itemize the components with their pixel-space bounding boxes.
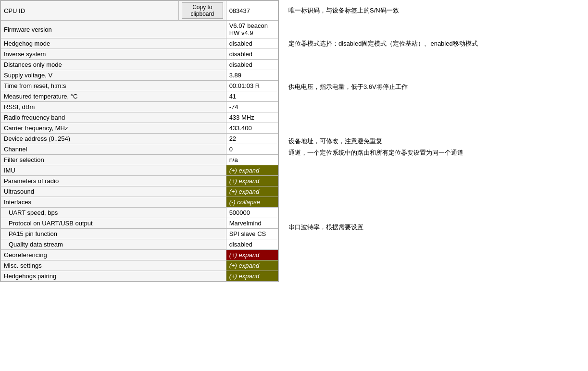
row-label: Hedgehogs pairing [1,271,226,282]
row-value[interactable]: (+) expand [226,176,278,186]
table-row: Georeferencing(+) expand [1,250,278,260]
row-value: 0 [226,144,278,155]
table-row: Radio frequency band433 MHz [1,112,278,123]
row-value: 433.400 [226,123,278,134]
row-value[interactable]: (+) expand [226,186,278,197]
table-row: Distances only modedisabled [1,60,278,70]
row-label: Carrier frequency, MHz [1,123,226,134]
row-value: 3.89 [226,70,278,81]
row-label: Hedgehog mode [1,38,226,49]
row-label: Radio frequency band [1,112,226,123]
table-row: Parameters of radio(+) expand [1,176,278,186]
row-value: 433 MHz [226,112,278,123]
row-value: V6.07 beacon HW v4.9 [226,21,278,38]
table-row: Measured temperature, °C41 [1,91,278,102]
table-row: Time from reset, h:m:s00:01:03 R [1,81,278,91]
row-value[interactable]: (+) expand [226,250,278,260]
row-value: 41 [226,91,278,102]
note-line: 串口波特率，根据需要设置 [288,158,578,233]
row-label: IMU [1,165,226,176]
row-label: Device address (0..254) [1,134,226,144]
row-value[interactable]: (+) expand [226,271,278,282]
row-label: Parameters of radio [1,176,226,186]
table-row: UART speed, bps500000 [1,208,278,218]
row-label: Supply voltage, V [1,70,226,81]
table-row: Channel0 [1,144,278,155]
table-row: Hedgehog modedisabled [1,38,278,49]
row-value[interactable]: (+) expand [226,260,278,271]
table-row: CPU IDCopy to clipboard083437 [1,1,278,21]
table-row: IMU(+) expand [1,165,278,176]
row-value: disabled [226,239,278,250]
row-label: PA15 pin function [1,229,226,239]
row-label: Misc. settings [1,260,226,271]
table-row: Interfaces(-) collapse [1,197,278,208]
table-row: Filter selectionn/a [1,155,278,165]
row-label: Interfaces [1,197,226,208]
cpu-id-value: 083437 [226,1,278,21]
device-table: CPU IDCopy to clipboard083437Firmware ve… [0,0,278,282]
row-label: UART speed, bps [1,208,226,218]
row-value[interactable]: (-) collapse [226,197,278,208]
note-line: 供电电压，指示电量，低于3.6V将停止工作 [288,49,578,92]
row-value: 22 [226,134,278,144]
row-label: Measured temperature, °C [1,91,226,102]
table-row: Device address (0..254)22 [1,134,278,144]
row-value: n/a [226,155,278,165]
table-row: Quality data streamdisabled [1,239,278,250]
row-label: Distances only mode [1,60,226,70]
table-row: Firmware versionV6.07 beacon HW v4.9 [1,21,278,38]
table-row: PA15 pin functionSPI slave CS [1,229,278,239]
row-value: disabled [226,60,278,70]
row-value: SPI slave CS [226,229,278,239]
table-row: Carrier frequency, MHz433.400 [1,123,278,134]
row-value: disabled [226,49,278,60]
row-value[interactable]: (+) expand [226,165,278,176]
row-value: Marvelmind [226,218,278,229]
row-label: Protocol on UART/USB output [1,218,226,229]
row-label: RSSI, dBm [1,102,226,112]
device-info-panel: CPU IDCopy to clipboard083437Firmware ve… [0,0,279,282]
row-value: 500000 [226,208,278,218]
table-row: Hedgehogs pairing(+) expand [1,271,278,282]
row-label: Ultrasound [1,186,226,197]
note-line: 唯一标识码，与设备标签上的S/N码一致 [288,4,578,16]
row-value: -74 [226,102,278,112]
note-line: 设备地址，可修改，注意避免重复 [288,92,578,147]
row-label: Time from reset, h:m:s [1,81,226,91]
row-label: Inverse system [1,49,226,60]
row-label: Quality data stream [1,239,226,250]
note-line: 通道，一个定位系统中的路由和所有定位器要设置为同一个通道 [288,147,578,158]
copy-to-clipboard-cell[interactable]: Copy to clipboard [179,1,226,21]
note-line: 定位器模式选择：disabled固定模式（定位基站）、enabled移动模式 [288,16,578,49]
table-row: Inverse systemdisabled [1,49,278,60]
table-row: RSSI, dBm-74 [1,102,278,112]
row-label: Filter selection [1,155,226,165]
table-row: Supply voltage, V3.89 [1,70,278,81]
cpu-id-label: CPU ID [1,1,179,21]
row-value: 00:01:03 R [226,81,278,91]
row-label: Firmware version [1,21,226,38]
row-label: Channel [1,144,226,155]
notes-panel: 唯一标识码，与设备标签上的S/N码一致定位器模式选择：disabled固定模式（… [279,0,588,282]
table-row: Protocol on UART/USB outputMarvelmind [1,218,278,229]
row-label: Georeferencing [1,250,226,260]
copy-to-clipboard-button[interactable]: Copy to clipboard [182,2,223,19]
table-row: Ultrasound(+) expand [1,186,278,197]
table-row: Misc. settings(+) expand [1,260,278,271]
row-value: disabled [226,38,278,49]
